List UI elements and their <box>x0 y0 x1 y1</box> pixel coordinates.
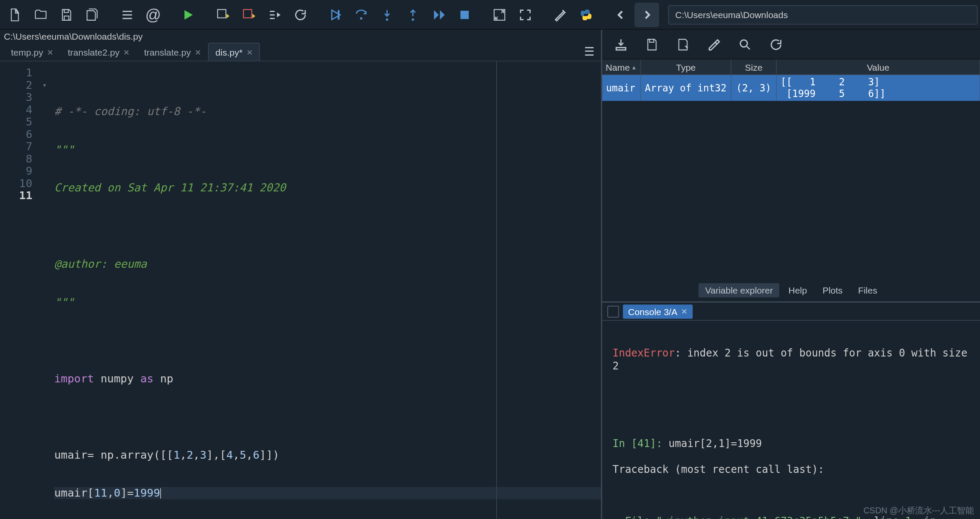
save-data-as-icon[interactable] <box>673 34 693 54</box>
preferences-icon[interactable] <box>548 2 572 27</box>
ruler <box>496 62 497 519</box>
close-icon[interactable]: ✕ <box>195 47 201 56</box>
forward-icon[interactable] <box>635 2 659 27</box>
code-area[interactable]: # -*- coding: utf-8 -*- """ Created on S… <box>50 62 601 519</box>
table-row[interactable]: umair Array of int32 (2, 3) [[ 1 2 3] [1… <box>602 75 980 101</box>
console-output[interactable]: IndexError: index 2 is out of bounds for… <box>602 321 980 519</box>
console-tabbar: Console 3/A✕ <box>602 303 980 321</box>
outline-icon[interactable] <box>115 2 140 27</box>
open-folder-icon[interactable] <box>28 2 53 27</box>
continue-icon[interactable] <box>426 2 451 27</box>
variable-explorer-pane: Name▲ Type Size Value umair Array of int… <box>602 30 980 303</box>
tab-label: translate.py <box>144 47 191 57</box>
tab-label: translate2.py <box>68 47 119 57</box>
cell-size: (2, 3) <box>731 75 777 101</box>
clear-icon[interactable] <box>704 34 724 54</box>
run-cell-icon[interactable] <box>211 2 235 27</box>
console-tab[interactable]: Console 3/A✕ <box>623 304 693 319</box>
svg-point-5 <box>412 18 414 21</box>
col-name[interactable]: Name▲ <box>602 59 641 75</box>
import-data-icon[interactable] <box>611 34 631 54</box>
tab-dis-py[interactable]: dis.py*✕ <box>208 43 260 61</box>
cell-type: Array of int32 <box>641 75 731 101</box>
step-out-icon[interactable] <box>401 2 425 27</box>
tab-translate2-py[interactable]: translate2.py✕ <box>61 43 137 61</box>
svg-rect-6 <box>460 10 469 19</box>
stop-debug-icon[interactable] <box>452 2 477 27</box>
tab-translate-py[interactable]: translate.py✕ <box>137 43 208 61</box>
tab-label: dis.py* <box>215 47 243 57</box>
debug-run-icon[interactable] <box>323 2 348 27</box>
tab-variable-explorer[interactable]: Variable explorer <box>699 283 779 297</box>
tab-menu-icon[interactable]: ☰ <box>584 45 594 59</box>
tab-label: temp.py <box>11 47 44 57</box>
close-icon[interactable]: ✕ <box>246 47 253 56</box>
run-selection-icon[interactable] <box>262 2 287 27</box>
main-toolbar: @ <box>0 0 980 30</box>
rerun-icon[interactable] <box>288 2 313 27</box>
working-directory-input[interactable] <box>668 5 978 24</box>
refresh-icon[interactable] <box>766 34 786 54</box>
sort-ascending-icon: ▲ <box>631 64 637 70</box>
close-icon[interactable]: ✕ <box>681 307 688 316</box>
run-cell-advance-icon[interactable] <box>236 2 261 27</box>
col-type[interactable]: Type <box>641 59 731 75</box>
tab-help[interactable]: Help <box>782 283 813 297</box>
console-list-icon[interactable] <box>607 306 619 317</box>
fold-gutter: ▾ <box>39 62 50 519</box>
tab-temp-py[interactable]: temp.py✕ <box>4 43 61 61</box>
svg-rect-0 <box>218 9 226 17</box>
console-pane: Console 3/A✕ IndexError: index 2 is out … <box>602 303 980 519</box>
save-all-icon[interactable] <box>80 2 105 27</box>
close-icon[interactable]: ✕ <box>47 47 53 56</box>
code-editor[interactable]: 1 2 3 4 5 6 7 8 9 10 11 ▾ # -*- coding: … <box>0 62 601 519</box>
variable-table: Name▲ Type Size Value umair Array of int… <box>602 59 980 281</box>
tab-plots[interactable]: Plots <box>816 283 849 297</box>
varexp-toolbar <box>602 30 980 59</box>
fold-icon[interactable]: ▾ <box>39 79 50 91</box>
step-over-icon[interactable] <box>349 2 373 27</box>
editor-tabbar: temp.py✕ translate2.py✕ translate.py✕ di… <box>0 43 601 62</box>
svg-point-3 <box>360 17 363 19</box>
editor-pane: C:\Users\eeuma\Downloads\dis.py temp.py✕… <box>0 30 602 519</box>
watermark: CSDN @小桥流水---人工智能 <box>864 505 974 517</box>
at-icon[interactable]: @ <box>141 2 165 27</box>
tab-files[interactable]: Files <box>852 283 884 297</box>
console-tab-label: Console 3/A <box>628 306 677 316</box>
pane-tabs: Variable explorer Help Plots Files <box>602 281 980 301</box>
col-value[interactable]: Value <box>777 59 980 75</box>
search-icon[interactable] <box>735 34 755 54</box>
python-path-icon[interactable] <box>574 2 598 27</box>
step-into-icon[interactable] <box>375 2 399 27</box>
save-icon[interactable] <box>54 2 79 27</box>
fullscreen-icon[interactable] <box>513 2 538 27</box>
cell-value: [[ 1 2 3] [1999 5 6]] <box>777 75 980 101</box>
svg-rect-1 <box>243 9 252 17</box>
back-icon[interactable] <box>609 2 633 27</box>
svg-point-8 <box>740 40 748 47</box>
file-path-label: C:\Users\eeuma\Downloads\dis.py <box>0 30 601 43</box>
col-size[interactable]: Size <box>731 59 777 75</box>
line-number-gutter: 1 2 3 4 5 6 7 8 9 10 11 <box>0 62 39 519</box>
new-file-icon[interactable] <box>3 2 27 27</box>
cell-name: umair <box>602 75 641 101</box>
run-icon[interactable] <box>176 2 200 27</box>
table-header: Name▲ Type Size Value <box>602 59 980 75</box>
close-icon[interactable]: ✕ <box>123 47 130 56</box>
svg-point-4 <box>386 18 389 21</box>
svg-rect-2 <box>338 10 339 19</box>
save-data-icon[interactable] <box>642 34 662 54</box>
maximize-pane-icon[interactable] <box>487 2 512 27</box>
